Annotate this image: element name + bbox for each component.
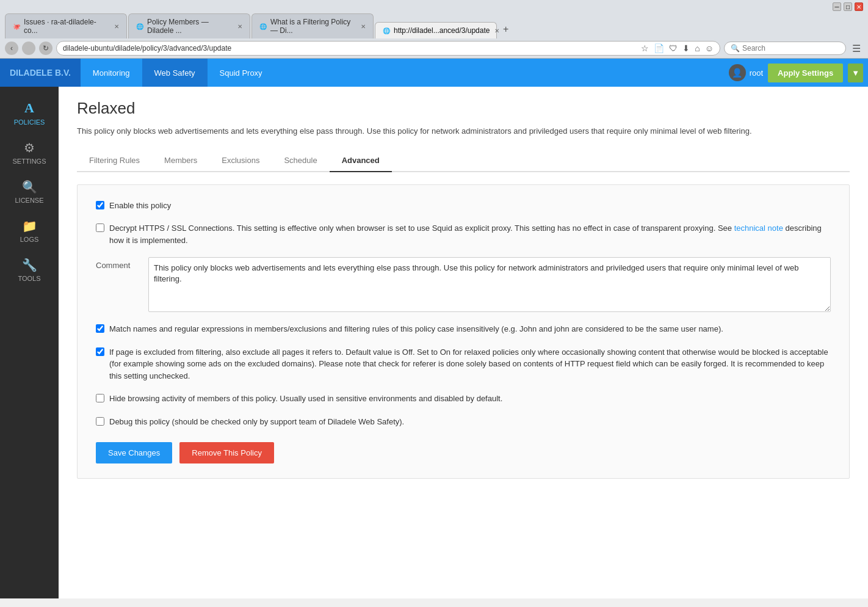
apply-settings-arrow[interactable]: ▼ xyxy=(848,64,863,82)
tab-close-1[interactable]: ✕ xyxy=(114,23,119,30)
menu-icon[interactable]: ☰ xyxy=(852,43,861,54)
tab-bar: 🐙 Issues · ra-at-diladele-co... ✕ 🌐 Poli… xyxy=(0,13,868,38)
sidebar-item-license[interactable]: 🔍 LICENSE xyxy=(0,172,59,211)
nav-web-safety-label: Web Safety xyxy=(154,68,195,78)
sidebar-item-logs-label: LOGS xyxy=(20,236,39,243)
decrypt-label-text: Decrypt HTTPS / SSL Connections. This se… xyxy=(109,224,732,233)
forward-button[interactable]: › xyxy=(22,42,35,55)
technical-note-link[interactable]: technical note xyxy=(734,224,783,233)
reader-icon[interactable]: 📄 xyxy=(654,43,664,53)
nav-squid-proxy[interactable]: Squid Proxy xyxy=(208,59,275,87)
browser-tab-4-label: http://diladel...anced/3/update xyxy=(394,26,490,35)
browser-tab-1[interactable]: 🐙 Issues · ra-at-diladele-co... ✕ xyxy=(5,13,127,38)
browser-tab-2[interactable]: 🌐 Policy Members — Diladele ... ✕ xyxy=(128,13,250,38)
search-input[interactable] xyxy=(742,44,828,53)
tab-members[interactable]: Members xyxy=(152,150,209,172)
tools-icon: 🔧 xyxy=(22,258,37,272)
browser-tab-3[interactable]: 🌐 What is a Filtering Policy — Di... ✕ xyxy=(251,13,374,38)
browser-tab-4[interactable]: 🌐 http://diladel...anced/3/update ✕ xyxy=(375,22,497,38)
nav-web-safety[interactable]: Web Safety xyxy=(142,59,208,87)
sidebar-item-tools-label: TOOLS xyxy=(18,275,40,282)
sidebar-item-policies[interactable]: A POLICIES xyxy=(0,93,59,133)
title-bar: ─ □ ✕ xyxy=(0,0,868,13)
tab-icon-3: 🌐 xyxy=(259,23,267,30)
tab-close-3[interactable]: ✕ xyxy=(361,23,366,30)
tab-exclusions[interactable]: Exclusions xyxy=(209,150,272,172)
comment-label: Comment xyxy=(96,257,139,270)
nav-right: 👤 root Apply Settings ▼ xyxy=(729,64,868,82)
tab-filtering-rules[interactable]: Filtering Rules xyxy=(77,150,152,172)
back-button[interactable]: ‹ xyxy=(5,42,18,55)
enable-policy-row: Enable this policy xyxy=(96,200,831,212)
match-names-label[interactable]: Match names and regular expressions in m… xyxy=(109,323,723,335)
hide-activity-row: Hide browsing activity of members of thi… xyxy=(96,393,831,405)
sidebar-item-logs[interactable]: 📁 LOGS xyxy=(0,211,59,250)
nav-links: Monitoring Web Safety Squid Proxy xyxy=(81,59,275,87)
content-tabs: Filtering Rules Members Exclusions Sched… xyxy=(77,150,850,172)
brand: DILADELE B.V. xyxy=(0,59,81,87)
apply-settings-button[interactable]: Apply Settings xyxy=(768,64,843,82)
maximize-button[interactable]: □ xyxy=(844,2,852,11)
hide-activity-label[interactable]: Hide browsing activity of members of thi… xyxy=(109,393,502,405)
browser-tab-1-label: Issues · ra-at-diladele-co... xyxy=(24,18,109,35)
user-section: 👤 root xyxy=(729,64,763,81)
remove-policy-button[interactable]: Remove This Policy xyxy=(179,442,274,463)
enable-policy-label[interactable]: Enable this policy xyxy=(109,200,171,212)
top-nav: DILADELE B.V. Monitoring Web Safety Squi… xyxy=(0,59,868,87)
page-title: Relaxed xyxy=(77,99,850,118)
nav-squid-proxy-label: Squid Proxy xyxy=(220,68,262,78)
browser-chrome: ─ □ ✕ 🐙 Issues · ra-at-diladele-co... ✕ … xyxy=(0,0,868,59)
minimize-button[interactable]: ─ xyxy=(833,2,841,11)
address-bar: ‹ › ↻ diladele-ubuntu/diladele/policy/3/… xyxy=(0,38,868,58)
policies-icon: A xyxy=(24,100,34,116)
tab-icon-1: 🐙 xyxy=(13,23,20,30)
home-icon[interactable]: ⌂ xyxy=(695,43,700,53)
tab-schedule[interactable]: Schedule xyxy=(272,150,329,172)
logs-icon: 📁 xyxy=(22,219,37,233)
shield-icon[interactable]: 🛡 xyxy=(669,43,678,53)
main-layout: A POLICIES ⚙ SETTINGS 🔍 LICENSE 📁 LOGS 🔧… xyxy=(0,87,868,598)
new-tab-button[interactable]: + xyxy=(498,20,513,38)
match-names-checkbox[interactable] xyxy=(96,324,104,333)
close-button[interactable]: ✕ xyxy=(855,2,863,11)
nav-monitoring[interactable]: Monitoring xyxy=(81,59,142,87)
refresh-button[interactable]: ↻ xyxy=(39,42,52,55)
tab-advanced[interactable]: Advanced xyxy=(330,150,392,172)
url-text: diladele-ubuntu/diladele/policy/3/advanc… xyxy=(63,44,641,53)
username: root xyxy=(750,68,763,78)
save-changes-button[interactable]: Save Changes xyxy=(96,442,172,463)
debug-label[interactable]: Debug this policy (should be checked onl… xyxy=(109,416,404,428)
sidebar-item-settings[interactable]: ⚙ SETTINGS xyxy=(0,133,59,172)
url-icons: ☆ 📄 🛡 ⬇ ⌂ ☺ xyxy=(641,43,714,53)
smiley-icon[interactable]: ☺ xyxy=(705,43,714,53)
decrypt-ssl-label: Decrypt HTTPS / SSL Connections. This se… xyxy=(109,222,831,246)
brand-text: DILADELE B.V. xyxy=(10,68,71,78)
form-buttons: Save Changes Remove This Policy xyxy=(96,442,831,463)
tab-close-2[interactable]: ✕ xyxy=(237,23,242,30)
decrypt-ssl-checkbox[interactable] xyxy=(96,224,104,232)
hide-activity-checkbox[interactable] xyxy=(96,394,104,402)
tab-icon-2: 🌐 xyxy=(136,23,143,30)
nav-monitoring-label: Monitoring xyxy=(93,68,130,78)
download-icon[interactable]: ⬇ xyxy=(682,43,690,53)
search-bar[interactable]: 🔍 xyxy=(724,42,846,55)
debug-row: Debug this policy (should be checked onl… xyxy=(96,416,831,428)
enable-policy-checkbox[interactable] xyxy=(96,201,104,209)
search-icon: 🔍 xyxy=(731,44,740,53)
comment-row: Comment xyxy=(96,257,831,312)
page-description: This policy only blocks web advertisemen… xyxy=(77,125,850,137)
referer-checkbox[interactable] xyxy=(96,347,104,356)
browser-icons: ☰ xyxy=(850,43,863,54)
referer-label[interactable]: If page is excluded from filtering, also… xyxy=(109,346,831,382)
comment-textarea[interactable] xyxy=(148,257,831,312)
content-area: Relaxed This policy only blocks web adve… xyxy=(59,87,868,598)
sidebar-item-settings-label: SETTINGS xyxy=(12,158,46,165)
license-icon: 🔍 xyxy=(22,180,37,194)
debug-checkbox[interactable] xyxy=(96,417,104,426)
url-bar[interactable]: diladele-ubuntu/diladele/policy/3/advanc… xyxy=(56,41,720,56)
bookmark-icon[interactable]: ☆ xyxy=(641,43,649,53)
referer-row: If page is excluded from filtering, also… xyxy=(96,346,831,382)
sidebar-item-tools[interactable]: 🔧 TOOLS xyxy=(0,250,59,289)
settings-icon: ⚙ xyxy=(24,140,35,155)
sidebar: A POLICIES ⚙ SETTINGS 🔍 LICENSE 📁 LOGS 🔧… xyxy=(0,87,59,598)
